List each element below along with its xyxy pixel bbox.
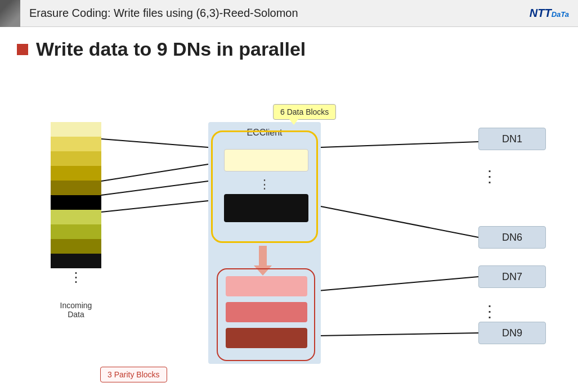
dn7-box: DN7: [478, 265, 546, 288]
page-title-row: Write data to 9 DNs in parallel: [17, 38, 561, 60]
incoming-data-stack: ⋮ Incoming Data: [51, 122, 101, 319]
parity-block-2: [226, 302, 307, 322]
incoming-dots: ⋮: [51, 271, 101, 284]
svg-line-0: [101, 139, 208, 147]
callout-3parity: 3 Parity Blocks: [100, 367, 167, 382]
dn1-box: DN1: [478, 128, 546, 150]
stripe-6: [51, 195, 101, 210]
header-title: Erasure Coding: Write files using (6,3)-…: [29, 7, 530, 20]
data-block-top: [224, 149, 308, 172]
stripe-3: [51, 151, 101, 166]
svg-line-2: [101, 181, 208, 195]
svg-line-7: [318, 333, 478, 336]
parity-block-group: [217, 268, 315, 361]
dn9-box: DN9: [478, 322, 546, 344]
diagram: ⋮ Incoming Data ECClient ⋮ 6 Data Blocks: [17, 77, 557, 392]
svg-line-3: [101, 201, 208, 212]
svg-line-4: [321, 142, 478, 147]
stripe-10: [51, 254, 101, 268]
dn-dots-top: ⋮: [456, 167, 523, 186]
svg-line-5: [321, 206, 478, 237]
parity-block-1: [226, 276, 307, 296]
stripe-7: [51, 210, 101, 224]
parity-block-3: [226, 328, 307, 348]
data-text: DaTa: [552, 10, 569, 19]
stripe-9: [51, 239, 101, 254]
dn-dots-bottom: ⋮: [456, 302, 523, 321]
svg-line-1: [101, 164, 208, 181]
main-content: Write data to 9 DNs in parallel: [0, 27, 578, 392]
ntt-logo: NTTDaTa: [530, 7, 569, 20]
svg-line-6: [318, 277, 478, 291]
callout-6data: 6 Data Blocks: [273, 104, 336, 120]
header-stripe: [0, 0, 20, 27]
stripe-8: [51, 224, 101, 239]
incoming-label: Incoming Data: [51, 301, 101, 319]
bullet-icon: [17, 44, 28, 55]
stripe-4: [51, 166, 101, 181]
stripe-2: [51, 137, 101, 151]
data-block-dots: ⋮: [213, 177, 316, 192]
header: Erasure Coding: Write files using (6,3)-…: [0, 0, 578, 27]
stripe-5: [51, 181, 101, 195]
page-title: Write data to 9 DNs in parallel: [36, 38, 306, 60]
stripe-1: [51, 122, 101, 137]
data-block-black: [224, 194, 308, 222]
data-block-group: ⋮: [211, 130, 318, 243]
dn6-box: DN6: [478, 226, 546, 249]
ntt-text: NTT: [530, 7, 552, 19]
